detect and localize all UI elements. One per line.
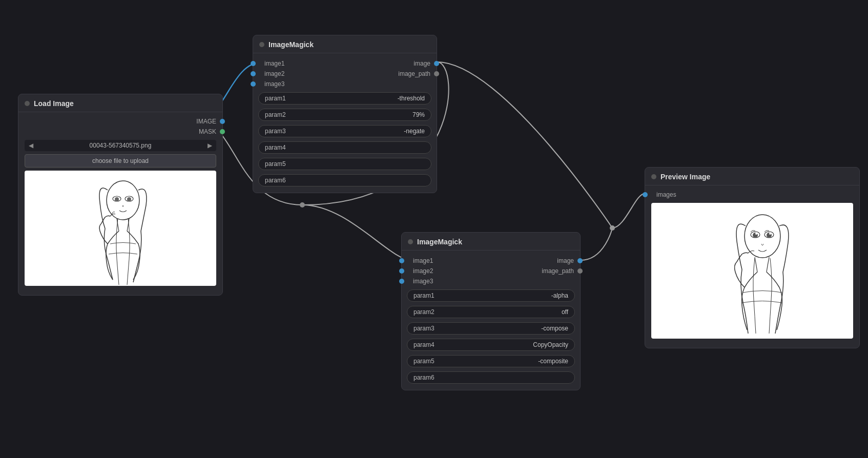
im1-image-out-port[interactable]: image	[392, 58, 437, 69]
imagemagick2-title: ImageMagick	[417, 238, 462, 246]
preview-image-display	[651, 203, 853, 339]
im1-image2-dot[interactable]	[251, 71, 256, 76]
im2-image1-dot[interactable]	[399, 258, 404, 263]
im1-image1-port[interactable]: image1	[253, 58, 291, 69]
im2-param6-pill[interactable]: param6	[407, 371, 575, 384]
svg-rect-2	[82, 172, 159, 285]
im2-param1-pill[interactable]: param1 -alpha	[407, 289, 575, 302]
svg-point-15	[769, 233, 771, 235]
mask-output-port[interactable]: MASK	[18, 127, 222, 137]
im1-image3-label: image3	[259, 80, 284, 88]
imagemagick1-status-dot	[259, 42, 264, 47]
im1-param5-row: param5	[253, 156, 437, 172]
preview-images-dot[interactable]	[643, 192, 648, 197]
im2-image3-label: image3	[408, 278, 433, 285]
im2-image-out-port[interactable]: image	[535, 256, 580, 266]
imagemagick2-outputs: image image_path	[535, 256, 580, 286]
image-output-dot[interactable]	[220, 119, 225, 124]
imagemagick2-inputs: image1 image2 image3	[402, 256, 439, 286]
im1-image-out-dot[interactable]	[434, 61, 439, 66]
imagemagick1-body: image1 image2 image3 image image_path	[253, 53, 437, 193]
im2-image-out-dot[interactable]	[577, 258, 583, 263]
imagemagick1-inputs: image1 image2 image3	[253, 58, 291, 89]
imagemagick-node-2: ImageMagick image1 image2 image3	[401, 232, 581, 390]
im2-param1-row: param1 -alpha	[402, 287, 580, 304]
im2-param4-value: CopyOpacity	[533, 341, 568, 348]
next-image-button[interactable]: ▶	[208, 142, 212, 149]
preview-image-title: Preview Image	[660, 173, 710, 181]
im1-image2-port[interactable]: image2	[253, 69, 291, 79]
im2-param2-pill[interactable]: param2 off	[407, 306, 575, 318]
im1-imagepath-out-dot[interactable]	[434, 71, 439, 76]
im1-param4-pill[interactable]: param4	[258, 141, 431, 154]
im1-param2-pill[interactable]: param2 79%	[258, 109, 431, 121]
im2-image2-dot[interactable]	[399, 268, 404, 274]
load-image-header: Load Image	[18, 94, 222, 112]
im2-image2-port[interactable]: image2	[402, 266, 439, 276]
im2-imagepath-out-dot[interactable]	[577, 268, 583, 274]
load-image-title: Load Image	[34, 99, 74, 108]
im2-param3-row: param3 -compose	[402, 320, 580, 337]
im1-param2-row: param2 79%	[253, 107, 437, 123]
sketch-preview-svg	[82, 172, 159, 285]
im1-imagepath-out-port[interactable]: image_path	[392, 69, 437, 79]
prev-image-button[interactable]: ◀	[29, 142, 33, 149]
im1-param4-name: param4	[265, 144, 286, 151]
preview-images-port[interactable]: images	[645, 190, 859, 200]
im1-param6-row: param6	[253, 172, 437, 189]
preview-image-body: images	[645, 185, 859, 348]
im2-param1-value: -alpha	[551, 292, 568, 299]
im2-imagepath-out-label: image_path	[542, 267, 574, 275]
im1-param2-value: 79%	[412, 111, 425, 118]
im1-image3-dot[interactable]	[251, 81, 256, 87]
im1-param6-pill[interactable]: param6	[258, 174, 431, 186]
load-image-status-dot	[25, 101, 30, 106]
im2-param4-pill[interactable]: param4 CopyOpacity	[407, 339, 575, 351]
im2-image3-port[interactable]: image3	[402, 276, 439, 286]
im1-param1-pill[interactable]: param1 -threshold	[258, 92, 431, 105]
im1-image2-label: image2	[259, 70, 284, 77]
im1-param1-value: -threshold	[398, 95, 425, 102]
im2-param5-value: -composite	[538, 358, 568, 365]
im1-param1-name: param1	[265, 95, 286, 102]
im1-image1-dot[interactable]	[251, 61, 256, 66]
im1-image1-label: image1	[259, 60, 284, 67]
mask-output-dot[interactable]	[220, 129, 225, 134]
im2-param5-name: param5	[414, 358, 435, 365]
im2-param2-row: param2 off	[402, 304, 580, 320]
im2-param4-row: param4 CopyOpacity	[402, 337, 580, 353]
imagemagick2-body: image1 image2 image3 image image_path	[402, 251, 580, 390]
im1-param3-name: param3	[265, 128, 286, 135]
im1-param6-name: param6	[265, 177, 286, 184]
image-selector[interactable]: ◀ 00043-567340575.png ▶	[25, 140, 216, 151]
im1-param5-name: param5	[265, 160, 286, 168]
image-output-label: IMAGE	[196, 118, 216, 125]
im2-image1-port[interactable]: image1	[402, 256, 439, 266]
im2-param3-name: param3	[414, 325, 435, 332]
im1-image-out-label: image	[414, 60, 430, 67]
im2-param2-name: param2	[414, 308, 435, 316]
im1-image3-port[interactable]: image3	[253, 79, 291, 89]
image-output-port[interactable]: IMAGE	[18, 116, 222, 127]
preview-image-status-dot	[651, 174, 656, 179]
load-image-body: IMAGE MASK ◀ 00043-567340575.png ▶ choos…	[18, 112, 222, 295]
im1-imagepath-out-label: image_path	[398, 70, 430, 77]
im1-param3-row: param3 -negate	[253, 123, 437, 139]
im1-param5-pill[interactable]: param5	[258, 158, 431, 170]
im2-param5-row: param5 -composite	[402, 353, 580, 369]
im1-param3-pill[interactable]: param3 -negate	[258, 125, 431, 137]
svg-point-7	[127, 197, 131, 201]
preview-sketch-svg	[651, 203, 853, 339]
imagemagick2-header: ImageMagick	[402, 233, 580, 251]
im2-image2-label: image2	[408, 267, 433, 275]
imagemagick1-header: ImageMagick	[253, 35, 437, 53]
im2-param5-pill[interactable]: param5 -composite	[407, 355, 575, 367]
imagemagick1-outputs: image image_path	[392, 58, 437, 89]
load-image-preview	[25, 171, 216, 286]
im2-imagepath-out-port[interactable]: image_path	[535, 266, 580, 276]
im2-image3-dot[interactable]	[399, 279, 404, 284]
svg-point-14	[755, 233, 757, 235]
svg-point-6	[115, 197, 119, 201]
upload-button[interactable]: choose file to upload	[25, 154, 216, 168]
im2-param3-pill[interactable]: param3 -compose	[407, 322, 575, 335]
